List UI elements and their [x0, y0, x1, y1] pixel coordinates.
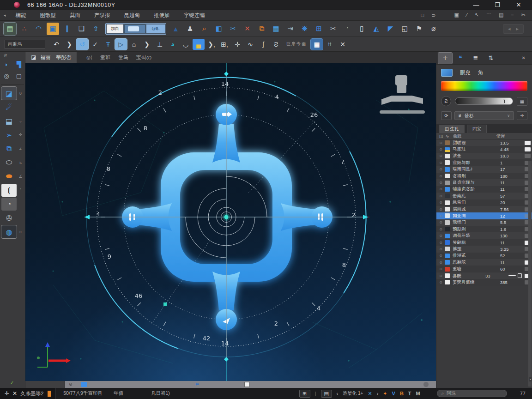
- canvas-scrollbar[interactable]: ⊜ ⊨: [25, 381, 436, 388]
- table-row[interactable]: ⊙ 韭姬与郡 1: [436, 159, 532, 166]
- value-slider[interactable]: [455, 97, 513, 105]
- menu-window-icon[interactable]: ⊃: [431, 12, 435, 18]
- table-row[interactable]: ⊙ 飛壇门 5.5: [436, 219, 532, 226]
- tool-button[interactable]: ⌀: [427, 23, 440, 35]
- current-color-swatch[interactable]: [441, 69, 453, 77]
- tool-button[interactable]: ✂: [327, 23, 339, 35]
- visibility-dot[interactable]: ⊙: [438, 260, 444, 265]
- restore-button[interactable]: ❐: [487, 0, 508, 10]
- tab-label[interactable]: 蒂彭否: [56, 54, 71, 61]
- tool-button[interactable]: ⌂: [128, 39, 140, 50]
- visibility-dot[interactable]: ⊙: [438, 194, 444, 198]
- tool-button[interactable]: ◧: [212, 23, 225, 35]
- menu-back-icon[interactable]: ◂: [4, 13, 6, 18]
- table-row[interactable]: ⊙ 如亚同 12: [436, 212, 532, 219]
- tool-button[interactable]: ◗: [1, 59, 12, 70]
- history-nav-icon[interactable]: ◂: [508, 26, 511, 32]
- object-badge[interactable]: [525, 154, 531, 158]
- tool-button[interactable]: ❑: [75, 23, 88, 35]
- tool-button[interactable]: ∿: [244, 39, 256, 50]
- snap-toggle[interactable]: ▤: [321, 390, 332, 398]
- tool-button[interactable]: ⊥: [154, 39, 166, 50]
- tool-button[interactable]: ⬭: [1, 156, 17, 169]
- tool-button[interactable]: ⊞,: [218, 39, 230, 50]
- table-tab[interactable]: 四宝: [467, 125, 487, 133]
- status-mini-icon[interactable]: V: [392, 391, 395, 397]
- visibility-dot[interactable]: ⊙: [438, 187, 444, 191]
- next-icon[interactable]: ›: [377, 391, 379, 396]
- menu-item[interactable]: 图散型: [33, 12, 63, 19]
- tool-button[interactable]: ▣: [47, 23, 59, 35]
- table-row[interactable]: ⊙ 裤罡 3.25: [436, 246, 532, 252]
- table-row[interactable]: ⊙ 思翻鸵 11: [436, 259, 532, 266]
- visibility-dot[interactable]: ⊙: [438, 200, 444, 205]
- tool-button[interactable]: ↶: [50, 39, 62, 50]
- bracket-indicator[interactable]: 77: [520, 391, 526, 396]
- visibility-dot[interactable]: ⊙: [438, 147, 444, 151]
- tool-button[interactable]: ⇥: [284, 23, 296, 35]
- tool-button[interactable]: Ƨ: [270, 39, 282, 50]
- panel-tab[interactable]: ❝: [453, 53, 467, 64]
- table-row[interactable]: ⊙ 铺庙贞贪胎 11: [436, 186, 532, 193]
- tool-button[interactable]: ⧉: [1, 142, 17, 155]
- menu-item[interactable]: 楠能: [9, 12, 33, 19]
- tool-button[interactable]: ⚑: [413, 23, 425, 35]
- tab-layout[interactable]: 尝马: [118, 54, 128, 61]
- table-row[interactable]: ⊙ 重嘘 60: [436, 266, 532, 272]
- close-button[interactable]: ✕: [508, 0, 529, 10]
- tool-button[interactable]: ✓: [89, 39, 101, 50]
- visibility-dot[interactable]: ⊙: [438, 161, 444, 165]
- menu-tool-icon[interactable]: ⁄: [466, 12, 467, 19]
- table-row[interactable]: ⊙ 沽金 18.3: [436, 153, 532, 159]
- table-row[interactable]: ⊙ 排湖甙 52: [436, 253, 532, 259]
- table-row[interactable]: ⊙ 贪得刑 180: [436, 173, 532, 179]
- style-name-box[interactable]: 加白: [107, 24, 123, 33]
- visibility-dot[interactable]: ⊙: [438, 207, 444, 212]
- tool-button[interactable]: ▷: [115, 39, 127, 50]
- grid-toggle[interactable]: ⊞: [299, 390, 310, 398]
- swirl-icon[interactable]: Ƨ: [441, 96, 451, 106]
- style-selector-group[interactable]: 加白 @฿.: [105, 23, 166, 35]
- visibility-dot[interactable]: ⊙: [438, 247, 444, 251]
- tool-button[interactable]: ⬬: [1, 170, 17, 183]
- prev-icon[interactable]: ‹: [337, 391, 339, 396]
- menu-tool-icon[interactable]: ⌒: [486, 12, 491, 19]
- tool-button[interactable]: ⌗: [324, 39, 336, 50]
- menu-tool-icon[interactable]: ≡: [511, 12, 514, 19]
- layer-dropdown[interactable]: ≢ 發杉 ∨: [454, 111, 514, 120]
- tool-button[interactable]: ➢: [1, 128, 17, 141]
- visibility-dot[interactable]: ⊙: [438, 241, 444, 245]
- menu-tool-icon[interactable]: ▤: [499, 12, 503, 19]
- tool-button[interactable]: ❯: [141, 39, 153, 50]
- visibility-dot[interactable]: ⊙: [438, 141, 444, 145]
- visibility-dot[interactable]: ⊙: [438, 154, 444, 158]
- tool-button[interactable]: ❋: [298, 23, 311, 35]
- menu-item[interactable]: 昆越甸: [117, 12, 147, 19]
- refresh-button[interactable]: ⟳: [441, 111, 452, 120]
- status-mini-icon[interactable]: T: [408, 391, 411, 397]
- menu-item[interactable]: 字键连编: [177, 12, 212, 19]
- visibility-dot[interactable]: ⊙: [438, 267, 444, 271]
- tool-button[interactable]: ❯,: [206, 39, 218, 50]
- table-row[interactable]: ⊙ 急雷们 20: [436, 200, 532, 206]
- visibility-dot[interactable]: ⊙: [438, 174, 444, 178]
- menu-item[interactable]: 莫而: [63, 12, 87, 19]
- tool-button[interactable]: ▦: [270, 23, 282, 35]
- tool-button[interactable]: ✕: [241, 23, 254, 35]
- table-row[interactable]: ⊙ 甜暖霞 13.5: [436, 139, 532, 146]
- tool-button[interactable]: ↺: [76, 39, 88, 50]
- drawing-canvas[interactable]: 144267284214424694882: [25, 63, 435, 381]
- tool-button[interactable]: ∥: [61, 23, 73, 35]
- object-badge[interactable]: [525, 147, 531, 151]
- table-row[interactable]: ⊙ 马雁珪 4.48: [436, 146, 532, 152]
- object-badge[interactable]: [525, 141, 531, 145]
- visibility-dot[interactable]: ⊙: [438, 234, 444, 238]
- visibility-dot[interactable]: ⊙: [438, 280, 444, 284]
- table-row[interactable]: ⊙ 预励则 1.6: [436, 226, 532, 232]
- panel-scroll-arrow[interactable]: ▲: [529, 377, 532, 381]
- table-row[interactable]: ⊙ 缶南糺 57: [436, 193, 532, 199]
- style-slider[interactable]: [124, 24, 145, 33]
- tool-button[interactable]: ◱: [399, 23, 411, 35]
- style-slider-knob[interactable]: [128, 26, 139, 31]
- tool-button[interactable]: ʃ: [257, 39, 269, 50]
